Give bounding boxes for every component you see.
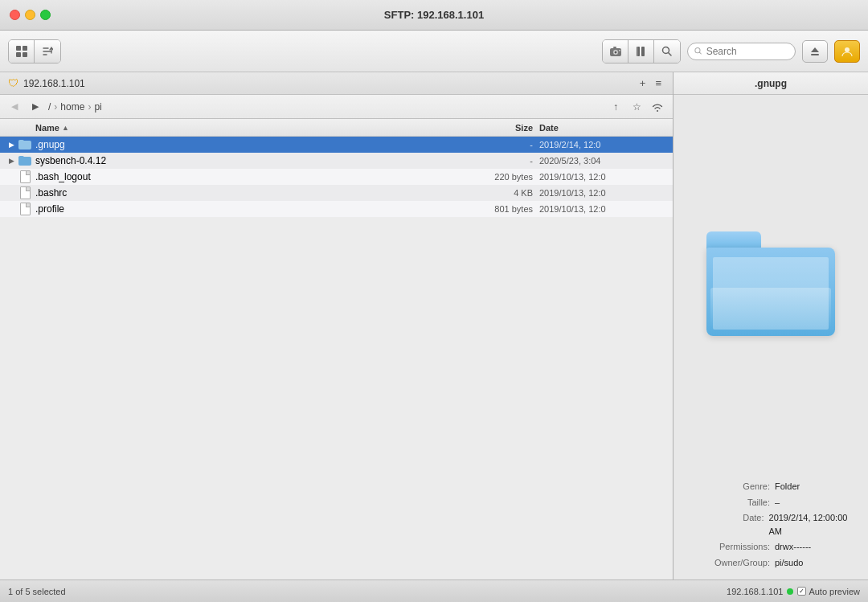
date-label: Date: bbox=[686, 511, 764, 538]
navigate-up-button[interactable]: ↑ bbox=[607, 100, 624, 114]
column-date[interactable]: Date bbox=[539, 123, 668, 133]
file-name: sysbench-0.4.12 bbox=[35, 155, 467, 166]
info-date: Date: 2019/2/14, 12:00:00 AM bbox=[686, 511, 856, 538]
right-panel: .gnupg Genre: Folder Taille: – Date: 201… bbox=[674, 72, 868, 579]
breadcrumb: / › home › pi bbox=[48, 101, 102, 113]
connection-ip-status: 192.168.1.101 bbox=[727, 587, 783, 596]
auto-preview-checkbox[interactable]: ✓ bbox=[797, 587, 806, 596]
file-row[interactable]: .bashrc4 KB2019/10/13, 12:0 bbox=[0, 185, 673, 201]
svg-rect-1 bbox=[23, 46, 27, 51]
eject-button[interactable] bbox=[802, 40, 828, 63]
file-list-header: Name ▲ Size Date bbox=[0, 119, 673, 137]
taille-value: – bbox=[775, 496, 780, 510]
svg-rect-2 bbox=[16, 52, 21, 57]
toolbar-group-right bbox=[602, 39, 681, 63]
svg-rect-3 bbox=[23, 52, 27, 57]
menu-button[interactable]: ≡ bbox=[652, 76, 665, 90]
status-bar: 1 of 5 selected 192.168.1.101 ✓ Auto pre… bbox=[0, 579, 868, 602]
svg-point-15 bbox=[845, 47, 850, 52]
file-list: ▶.gnupg-2019/2/14, 12:0▶sysbench-0.4.12-… bbox=[0, 137, 673, 579]
file-size: 220 bytes bbox=[467, 172, 539, 182]
genre-value: Folder bbox=[775, 480, 800, 493]
traffic-lights bbox=[10, 10, 51, 20]
minimize-button[interactable] bbox=[25, 10, 35, 20]
owner-label: Owner/Group: bbox=[686, 556, 770, 570]
file-icon bbox=[18, 202, 32, 216]
connection-label: 192.168.1.101 bbox=[23, 78, 85, 89]
search-button[interactable] bbox=[654, 40, 680, 63]
column-name[interactable]: Name ▲ bbox=[35, 123, 467, 133]
breadcrumb-home[interactable]: home bbox=[60, 101, 84, 113]
svg-rect-0 bbox=[16, 46, 21, 51]
svg-rect-11 bbox=[637, 47, 638, 56]
genre-label: Genre: bbox=[686, 480, 770, 493]
camera-button[interactable] bbox=[603, 40, 628, 63]
perms-label: Permissions: bbox=[686, 540, 770, 554]
file-name: .profile bbox=[35, 203, 467, 215]
sort-button[interactable] bbox=[35, 40, 60, 63]
file-row[interactable]: .bash_logout220 bytes2019/10/13, 12:0 bbox=[0, 169, 673, 185]
file-row[interactable]: .profile801 bytes2019/10/13, 12:0 bbox=[0, 201, 673, 217]
window-title: SFTP: 192.168.1.101 bbox=[384, 9, 484, 21]
file-row[interactable]: ▶sysbench-0.4.12-2020/5/23, 3:04 bbox=[0, 153, 673, 169]
folder-preview-icon bbox=[706, 231, 835, 336]
info-taille: Taille: – bbox=[686, 496, 856, 510]
owner-value: pi/sudo bbox=[775, 556, 803, 570]
connection-status-dot bbox=[787, 588, 793, 595]
titlebar: SFTP: 192.168.1.101 bbox=[0, 0, 868, 31]
info-genre: Genre: Folder bbox=[686, 480, 856, 493]
info-permissions: Permissions: drwx------ bbox=[686, 540, 856, 554]
column-size[interactable]: Size bbox=[467, 123, 539, 133]
file-size: - bbox=[467, 140, 539, 149]
svg-rect-8 bbox=[619, 50, 620, 51]
back-button[interactable]: ◀ bbox=[6, 100, 23, 114]
file-name: .bash_logout bbox=[35, 171, 467, 182]
bookmark-button[interactable]: ☆ bbox=[628, 100, 645, 114]
file-row[interactable]: ▶.gnupg-2019/2/14, 12:0 bbox=[0, 137, 673, 153]
user-button[interactable] bbox=[834, 40, 860, 63]
file-name: .gnupg bbox=[35, 139, 467, 150]
file-size: 4 KB bbox=[467, 188, 539, 198]
file-size: 801 bytes bbox=[467, 204, 539, 214]
maximize-button[interactable] bbox=[40, 10, 51, 20]
breadcrumb-root[interactable]: / bbox=[48, 101, 51, 113]
file-size: - bbox=[467, 156, 539, 166]
connection-tab: 🛡 192.168.1.101 + ≡ bbox=[0, 72, 673, 95]
selection-status: 1 of 5 selected bbox=[8, 587, 66, 596]
file-date: 2019/2/14, 12:0 bbox=[539, 140, 668, 149]
file-date: 2019/10/13, 12:0 bbox=[539, 204, 668, 214]
svg-rect-10 bbox=[641, 47, 645, 56]
close-button[interactable] bbox=[10, 10, 20, 20]
search-box[interactable] bbox=[687, 43, 796, 60]
file-icon bbox=[18, 170, 32, 184]
search-icon bbox=[694, 47, 702, 55]
grid-view-button[interactable] bbox=[9, 40, 35, 63]
columns-button[interactable] bbox=[628, 40, 654, 63]
file-name: .bashrc bbox=[35, 187, 467, 199]
address-actions: ↑ ☆ bbox=[607, 100, 666, 114]
date-value: 2019/2/14, 12:00:00 AM bbox=[769, 511, 856, 538]
toolbar-group-left bbox=[8, 39, 61, 63]
auto-preview-toggle[interactable]: ✓ Auto preview bbox=[797, 587, 860, 596]
svg-rect-7 bbox=[613, 47, 616, 48]
breadcrumb-pi[interactable]: pi bbox=[94, 101, 101, 113]
main-layout: 🛡 192.168.1.101 + ≡ ◀ ▶ / › home › pi ↑ … bbox=[0, 72, 868, 579]
add-connection-button[interactable]: + bbox=[637, 76, 649, 90]
forward-button[interactable]: ▶ bbox=[27, 100, 43, 114]
status-right: 192.168.1.101 ✓ Auto preview bbox=[688, 587, 860, 596]
preview-info: Genre: Folder Taille: – Date: 2019/2/14,… bbox=[674, 472, 868, 579]
expand-toggle[interactable]: ▶ bbox=[5, 141, 18, 149]
connection-actions: + ≡ bbox=[637, 76, 665, 90]
svg-rect-14 bbox=[811, 54, 819, 55]
perms-value: drwx------ bbox=[775, 540, 811, 554]
file-date: 2019/10/13, 12:0 bbox=[539, 172, 668, 182]
file-date: 2020/5/23, 3:04 bbox=[539, 156, 668, 166]
folder-icon bbox=[18, 137, 32, 152]
search-input[interactable] bbox=[706, 46, 788, 57]
wireless-button[interactable] bbox=[649, 100, 666, 114]
expand-toggle[interactable]: ▶ bbox=[5, 157, 18, 165]
info-owner: Owner/Group: pi/sudo bbox=[686, 556, 856, 570]
svg-point-6 bbox=[614, 51, 616, 53]
file-icon bbox=[18, 186, 32, 200]
status-left: 1 of 5 selected bbox=[8, 587, 682, 596]
